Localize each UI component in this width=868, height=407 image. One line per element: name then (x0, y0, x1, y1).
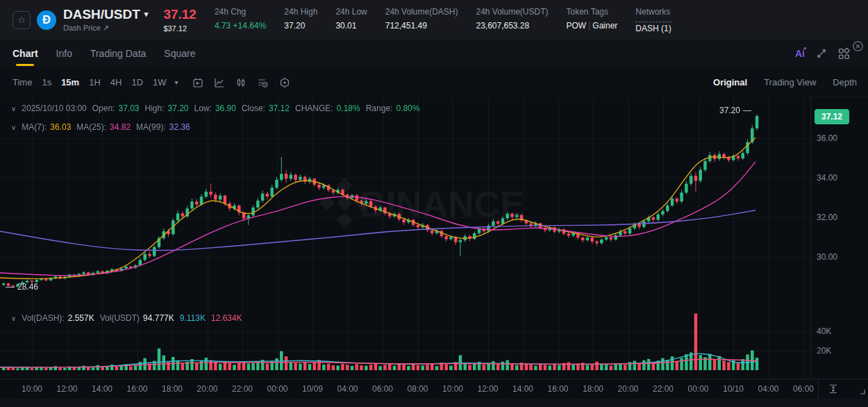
ma-field-value: 34.82 (110, 122, 131, 132)
layout-grid-icon[interactable] (838, 48, 850, 60)
tab-trading-data[interactable]: Trading Data (90, 40, 146, 67)
resize-corner-icon[interactable] (860, 389, 865, 394)
price-axis[interactable]: 37.12 36.0034.0032.0030.0040K20K (810, 97, 868, 398)
time-tick-label: 14:00 (512, 384, 533, 394)
symbol-title: DASH/USDT (63, 8, 140, 21)
interval-1d[interactable]: 1D (131, 77, 143, 88)
mode-trading-view[interactable]: Trading View (764, 77, 816, 88)
tab-info[interactable]: Info (56, 40, 72, 67)
networks-value[interactable]: DASH (1) (635, 22, 671, 33)
low-price-marker: 28.46 (6, 282, 38, 292)
interval-1s[interactable]: 1s (42, 77, 51, 88)
collapse-chevron-icon[interactable]: ∨ (11, 315, 16, 322)
price-chart-canvas[interactable] (0, 97, 810, 379)
stats-strip: 24h Chg4.73 +14.64%24h High37.2024h Low3… (215, 8, 671, 33)
volume-field: Vol(DASH):2.557K (22, 313, 94, 323)
ohlc-field-value: 36.90 (215, 103, 236, 113)
symbol-subtitle: Dash Price (63, 24, 101, 32)
ohlc-field-value: 37.20 (168, 103, 189, 113)
date-range-icon[interactable] (192, 77, 203, 88)
collapse-chevron-icon[interactable]: ∨ (11, 105, 16, 113)
time-tick-label: 10:00 (22, 384, 42, 394)
low-price-label: 28.46 (17, 282, 38, 292)
time-tick-label: 20:00 (197, 384, 217, 394)
bottom-panel-edge (0, 399, 868, 407)
collapse-chevron-icon[interactable]: ∨ (11, 124, 16, 131)
close-panel-icon[interactable] (852, 40, 864, 52)
time-tick-label: 00:00 (687, 384, 708, 394)
time-tick-label: 16:00 (547, 384, 568, 394)
time-tick-label: 16:00 (126, 384, 147, 394)
token-tags-stat: Token Tags POW|Gainer (567, 8, 618, 30)
chart-settings-gear-icon[interactable] (279, 77, 290, 88)
symbol-selector[interactable]: DASH/USDT ▾ (63, 8, 148, 21)
volume-field-value: 12.634K (211, 313, 242, 323)
mode-depth[interactable]: Depth (833, 77, 857, 88)
ma-field-label: MA(7): (22, 122, 47, 132)
ohlc-field-value: 37.12 (269, 103, 290, 113)
candlestick-settings-icon[interactable] (235, 77, 247, 88)
ma-field-value: 32.36 (169, 122, 190, 132)
fullscreen-expand-icon[interactable] (816, 48, 827, 59)
ohlc-field: Low:36.90 (194, 103, 236, 113)
interval-dropdown-icon[interactable]: ▾ (175, 78, 178, 86)
stat-24h-volume-usdt-: 24h Volume(USDT)23,607,653.28 (476, 8, 548, 30)
time-tick-label: 06:00 (372, 384, 393, 394)
stat-24h-chg: 24h Chg4.73 +14.64% (215, 8, 266, 30)
time-axis[interactable]: 10:0012:0014:0016:0018:0020:0022:0000:00… (0, 379, 868, 399)
ohlc-field-value: 0.80% (396, 103, 419, 113)
mode-original[interactable]: Original (713, 77, 747, 88)
interval-1w[interactable]: 1W (153, 77, 167, 88)
symbol-subtitle-link[interactable]: Dash Price ↗ (63, 24, 148, 32)
volume-tick-label: 20K (817, 346, 831, 356)
ohlc-field-value: 37.03 (118, 103, 139, 113)
time-tick-label: 06:00 (793, 384, 814, 394)
stat-label: 24h High (284, 8, 317, 16)
time-tick-label: 08:00 (407, 384, 428, 394)
ai-assistant-icon[interactable]: Ai (795, 48, 805, 59)
ohlc-field-label: CHANGE: (295, 103, 333, 113)
time-tick-label: 12:00 (477, 384, 498, 394)
stat-24h-high: 24h High37.20 (284, 8, 317, 30)
stat-label: 24h Volume(USDT) (476, 8, 548, 16)
chevron-down-icon: ▾ (144, 10, 149, 18)
time-label: Time (12, 77, 32, 88)
stat-value: 4.73 +14.64% (215, 22, 266, 30)
interval-15m[interactable]: 15m (61, 77, 79, 88)
stat-label: 24h Chg (215, 8, 266, 16)
last-price: 37.12 (163, 8, 197, 21)
time-tick-label: 00:00 (267, 384, 287, 394)
auto-scale-icon[interactable] (828, 383, 839, 394)
symbol-header: ☆ Đ DASH/USDT ▾ Dash Price ↗ 37.12 $37.1… (0, 0, 868, 40)
stat-label: 24h Volume(DASH) (385, 8, 458, 16)
volume-field-label: Vol(USDT) (100, 313, 140, 323)
tab-square[interactable]: Square (164, 40, 195, 67)
volume-field-value: 2.557K (68, 313, 94, 323)
stat-value: 30.01 (335, 22, 367, 30)
time-tick-label: 10:00 (442, 384, 463, 394)
indicators-icon[interactable] (257, 77, 269, 88)
ohlc-field-label: Open: (92, 103, 115, 113)
chart-style-icon[interactable] (214, 77, 225, 88)
time-tick-label: 14:00 (92, 384, 112, 394)
tag-pow[interactable]: POW (567, 21, 587, 31)
favorite-button[interactable]: ☆ (12, 11, 31, 29)
stat-24h-low: 24h Low30.01 (335, 8, 367, 30)
stat-value: 712,451.49 (385, 22, 458, 30)
tag-divider: | (586, 21, 592, 31)
binance-spot-chart-page: { "icons":{"star":"☆","caret":"▾","exter… (0, 0, 868, 407)
tab-chart[interactable]: Chart (12, 40, 38, 67)
chart-toolbar: Time 1s15m1H4H1D1W ▾ OriginalTrading Vie… (0, 67, 868, 98)
time-tick-label: 18:00 (583, 384, 603, 394)
ohlc-field-label: High: (144, 103, 164, 113)
axis-separator (818, 379, 819, 399)
tag-gainer[interactable]: Gainer (592, 21, 617, 31)
interval-4h[interactable]: 4H (110, 77, 122, 88)
volume-field: 12.634K (211, 313, 242, 323)
price-tick-label: 32.00 (817, 213, 837, 222)
last-price-badge: 37.12 (815, 109, 849, 124)
last-price-block: 37.12 $37.12 (163, 8, 197, 33)
interval-1h[interactable]: 1H (89, 77, 101, 88)
ma-field: MA(25):34.82 (76, 122, 131, 132)
time-tick-label: 12:00 (56, 384, 77, 394)
